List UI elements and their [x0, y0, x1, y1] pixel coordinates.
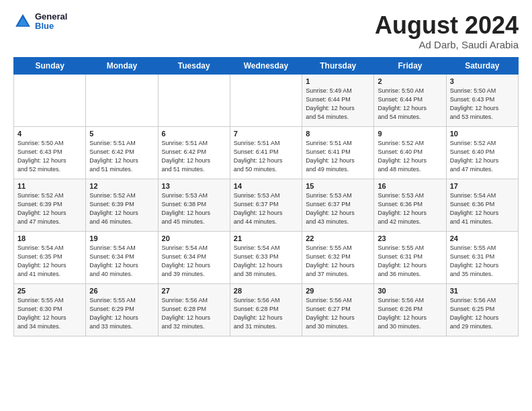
cell-info: Sunrise: 5:55 AM Sunset: 6:32 PM Dayligh…	[306, 244, 370, 279]
week-row-3: 11Sunrise: 5:52 AM Sunset: 6:39 PM Dayli…	[14, 179, 519, 231]
day-number: 20	[162, 234, 226, 242]
day-number: 11	[17, 182, 82, 190]
week-row-1: 1Sunrise: 5:49 AM Sunset: 6:44 PM Daylig…	[14, 74, 519, 126]
cell-info: Sunrise: 5:50 AM Sunset: 6:43 PM Dayligh…	[450, 87, 515, 122]
title-block: August 2024 Ad Darb, Saudi Arabia	[375, 12, 519, 50]
cell-info: Sunrise: 5:51 AM Sunset: 6:41 PM Dayligh…	[306, 139, 370, 174]
week-row-2: 4Sunrise: 5:50 AM Sunset: 6:43 PM Daylig…	[14, 126, 519, 179]
calendar-cell: 16Sunrise: 5:53 AM Sunset: 6:36 PM Dayli…	[374, 179, 446, 231]
calendar-cell: 1Sunrise: 5:49 AM Sunset: 6:44 PM Daylig…	[302, 74, 374, 126]
day-number: 2	[378, 77, 442, 85]
day-number: 9	[378, 130, 442, 138]
calendar-cell: 17Sunrise: 5:54 AM Sunset: 6:36 PM Dayli…	[446, 179, 518, 231]
calendar-cell: 4Sunrise: 5:50 AM Sunset: 6:43 PM Daylig…	[14, 126, 86, 179]
calendar-cell: 13Sunrise: 5:53 AM Sunset: 6:38 PM Dayli…	[158, 179, 230, 231]
day-number: 27	[162, 287, 226, 295]
col-header-tuesday: Tuesday	[158, 57, 230, 74]
week-row-5: 25Sunrise: 5:55 AM Sunset: 6:30 PM Dayli…	[14, 283, 519, 336]
logo-line2: Blue	[35, 21, 67, 31]
calendar-cell: 3Sunrise: 5:50 AM Sunset: 6:43 PM Daylig…	[446, 74, 518, 126]
day-number: 12	[89, 182, 154, 190]
cell-info: Sunrise: 5:52 AM Sunset: 6:39 PM Dayligh…	[89, 191, 154, 226]
calendar-cell: 6Sunrise: 5:51 AM Sunset: 6:42 PM Daylig…	[158, 126, 230, 179]
cell-info: Sunrise: 5:54 AM Sunset: 6:33 PM Dayligh…	[234, 244, 298, 279]
logo: General Blue	[13, 12, 67, 32]
cell-info: Sunrise: 5:56 AM Sunset: 6:28 PM Dayligh…	[162, 296, 226, 331]
calendar-cell: 18Sunrise: 5:54 AM Sunset: 6:35 PM Dayli…	[14, 231, 86, 283]
col-header-saturday: Saturday	[446, 57, 518, 74]
calendar-cell: 10Sunrise: 5:52 AM Sunset: 6:40 PM Dayli…	[446, 126, 518, 179]
day-number: 4	[17, 130, 82, 138]
cell-info: Sunrise: 5:54 AM Sunset: 6:34 PM Dayligh…	[89, 244, 154, 279]
cell-info: Sunrise: 5:53 AM Sunset: 6:36 PM Dayligh…	[378, 191, 442, 226]
day-number: 22	[306, 234, 370, 242]
calendar-cell: 29Sunrise: 5:56 AM Sunset: 6:27 PM Dayli…	[302, 283, 374, 336]
col-header-thursday: Thursday	[302, 57, 374, 74]
day-number: 29	[306, 287, 370, 295]
header-row: SundayMondayTuesdayWednesdayThursdayFrid…	[14, 57, 519, 74]
day-number: 3	[450, 77, 515, 85]
logo-icon	[13, 12, 32, 31]
calendar-cell	[230, 74, 302, 126]
cell-info: Sunrise: 5:49 AM Sunset: 6:44 PM Dayligh…	[306, 87, 370, 122]
calendar-cell: 5Sunrise: 5:51 AM Sunset: 6:42 PM Daylig…	[86, 126, 158, 179]
calendar-cell: 7Sunrise: 5:51 AM Sunset: 6:41 PM Daylig…	[230, 126, 302, 179]
day-number: 6	[162, 130, 226, 138]
calendar-table: SundayMondayTuesdayWednesdayThursdayFrid…	[13, 57, 519, 336]
calendar-cell: 8Sunrise: 5:51 AM Sunset: 6:41 PM Daylig…	[302, 126, 374, 179]
cell-info: Sunrise: 5:52 AM Sunset: 6:40 PM Dayligh…	[378, 139, 442, 174]
calendar-cell: 26Sunrise: 5:55 AM Sunset: 6:29 PM Dayli…	[86, 283, 158, 336]
day-number: 15	[306, 182, 370, 190]
cell-info: Sunrise: 5:51 AM Sunset: 6:42 PM Dayligh…	[162, 139, 226, 174]
logo-line1: General	[35, 12, 67, 21]
cell-info: Sunrise: 5:53 AM Sunset: 6:37 PM Dayligh…	[306, 191, 370, 226]
day-number: 31	[450, 287, 515, 295]
day-number: 26	[89, 287, 154, 295]
col-header-monday: Monday	[86, 57, 158, 74]
day-number: 23	[378, 234, 442, 242]
day-number: 5	[89, 130, 154, 138]
day-number: 10	[450, 130, 515, 138]
cell-info: Sunrise: 5:51 AM Sunset: 6:41 PM Dayligh…	[234, 139, 298, 174]
cell-info: Sunrise: 5:52 AM Sunset: 6:39 PM Dayligh…	[17, 191, 82, 226]
calendar-cell	[158, 74, 230, 126]
calendar-cell: 27Sunrise: 5:56 AM Sunset: 6:28 PM Dayli…	[158, 283, 230, 336]
day-number: 18	[17, 234, 82, 242]
calendar-cell: 24Sunrise: 5:55 AM Sunset: 6:31 PM Dayli…	[446, 231, 518, 283]
header: General Blue August 2024 Ad Darb, Saudi …	[13, 12, 519, 50]
calendar-cell: 31Sunrise: 5:56 AM Sunset: 6:25 PM Dayli…	[446, 283, 518, 336]
week-row-4: 18Sunrise: 5:54 AM Sunset: 6:35 PM Dayli…	[14, 231, 519, 283]
cell-info: Sunrise: 5:51 AM Sunset: 6:42 PM Dayligh…	[89, 139, 154, 174]
cell-info: Sunrise: 5:54 AM Sunset: 6:35 PM Dayligh…	[17, 244, 82, 279]
cell-info: Sunrise: 5:56 AM Sunset: 6:26 PM Dayligh…	[378, 296, 442, 331]
calendar-cell: 30Sunrise: 5:56 AM Sunset: 6:26 PM Dayli…	[374, 283, 446, 336]
day-number: 8	[306, 130, 370, 138]
cell-info: Sunrise: 5:55 AM Sunset: 6:29 PM Dayligh…	[89, 296, 154, 331]
col-header-friday: Friday	[374, 57, 446, 74]
page: General Blue August 2024 Ad Darb, Saudi …	[0, 0, 532, 343]
cell-info: Sunrise: 5:52 AM Sunset: 6:40 PM Dayligh…	[450, 139, 515, 174]
day-number: 17	[450, 182, 515, 190]
calendar-cell: 14Sunrise: 5:53 AM Sunset: 6:37 PM Dayli…	[230, 179, 302, 231]
calendar-cell: 9Sunrise: 5:52 AM Sunset: 6:40 PM Daylig…	[374, 126, 446, 179]
calendar-cell: 2Sunrise: 5:50 AM Sunset: 6:44 PM Daylig…	[374, 74, 446, 126]
day-number: 13	[162, 182, 226, 190]
day-number: 19	[89, 234, 154, 242]
day-number: 7	[234, 130, 298, 138]
calendar-title: August 2024	[375, 12, 519, 39]
col-header-wednesday: Wednesday	[230, 57, 302, 74]
col-header-sunday: Sunday	[14, 57, 86, 74]
calendar-cell: 21Sunrise: 5:54 AM Sunset: 6:33 PM Dayli…	[230, 231, 302, 283]
calendar-cell: 20Sunrise: 5:54 AM Sunset: 6:34 PM Dayli…	[158, 231, 230, 283]
cell-info: Sunrise: 5:50 AM Sunset: 6:44 PM Dayligh…	[378, 87, 442, 122]
cell-info: Sunrise: 5:50 AM Sunset: 6:43 PM Dayligh…	[17, 139, 82, 174]
day-number: 14	[234, 182, 298, 190]
cell-info: Sunrise: 5:54 AM Sunset: 6:36 PM Dayligh…	[450, 191, 515, 226]
cell-info: Sunrise: 5:54 AM Sunset: 6:34 PM Dayligh…	[162, 244, 226, 279]
cell-info: Sunrise: 5:53 AM Sunset: 6:38 PM Dayligh…	[162, 191, 226, 226]
calendar-cell: 11Sunrise: 5:52 AM Sunset: 6:39 PM Dayli…	[14, 179, 86, 231]
calendar-cell	[14, 74, 86, 126]
day-number: 21	[234, 234, 298, 242]
cell-info: Sunrise: 5:56 AM Sunset: 6:25 PM Dayligh…	[450, 296, 515, 331]
day-number: 28	[234, 287, 298, 295]
